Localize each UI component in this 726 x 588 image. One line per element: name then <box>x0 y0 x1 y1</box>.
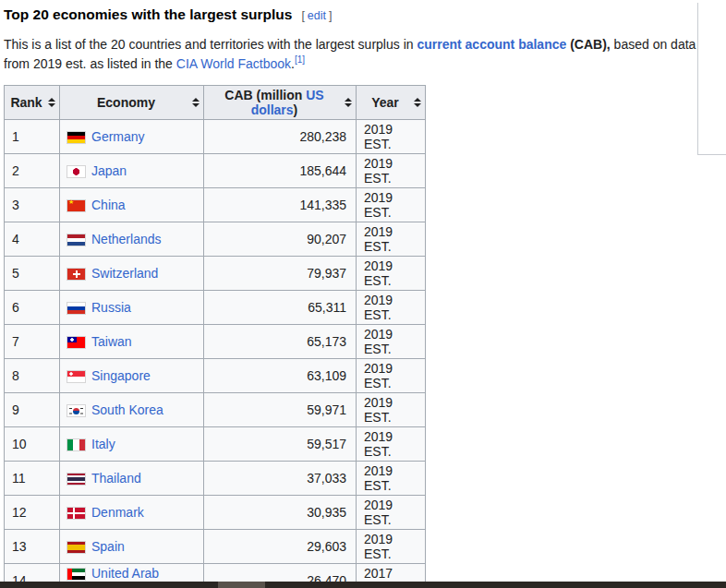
country-flag-icon[interactable] <box>67 200 85 211</box>
country-flag-icon[interactable] <box>67 166 85 177</box>
table-row: 9 South Korea 59,971 2019 EST. <box>5 393 426 427</box>
economy-link[interactable]: Thailand <box>91 471 141 486</box>
country-flag-icon[interactable] <box>67 303 85 314</box>
economy-link[interactable]: Italy <box>91 437 115 451</box>
intro-paragraph: This is a list of the 20 countries and t… <box>4 35 713 74</box>
cab-cell: 90,207 <box>204 222 357 257</box>
table-row: 7 Taiwan 65,173 2019 EST. <box>5 325 426 359</box>
horizontal-scrollbar-thumb[interactable] <box>218 582 265 588</box>
economy-cell: Taiwan <box>60 325 204 359</box>
year-cell: 2019 EST. <box>357 393 426 427</box>
country-flag-icon[interactable] <box>67 569 85 580</box>
rank-cell: 10 <box>5 427 60 462</box>
country-flag-icon[interactable] <box>67 337 85 348</box>
economy-link[interactable]: Germany <box>91 129 145 144</box>
economy-link[interactable]: Japan <box>91 163 127 178</box>
sort-icon[interactable] <box>47 98 55 107</box>
economy-link[interactable]: China <box>91 198 126 212</box>
header-cab[interactable]: CAB (million US dollars) <box>204 86 357 120</box>
economy-cell: Singapore <box>60 359 204 393</box>
cab-cell: 280,238 <box>204 120 357 154</box>
economy-link[interactable]: Denmark <box>91 505 144 520</box>
table-row: 2 Japan 185,644 2019 EST. <box>5 154 426 188</box>
cia-world-factbook-link[interactable]: CIA World Factbook <box>176 56 291 71</box>
header-year[interactable]: Year <box>357 86 426 120</box>
table-row: 12 Denmark 30,935 2019 EST. <box>5 496 426 530</box>
table-row: 11 Thailand 37,033 2019 EST. <box>5 462 426 496</box>
country-flag-icon[interactable] <box>67 234 85 246</box>
economy-link[interactable]: Singapore <box>91 368 151 383</box>
table-row: 10 Italy 59,517 2019 EST. <box>5 427 426 462</box>
table-row: 5 Switzerland 79,937 2019 EST. <box>5 257 426 291</box>
current-account-balance-link[interactable]: current account balance <box>417 37 566 52</box>
economy-link[interactable]: Netherlands <box>91 232 162 246</box>
economy-cell: Italy <box>60 427 204 462</box>
cab-cell: 141,335 <box>204 188 357 222</box>
year-cell: 2019 EST. <box>357 496 426 530</box>
cab-cell: 59,517 <box>204 427 357 462</box>
cab-cell: 65,311 <box>204 291 357 325</box>
edit-link[interactable]: edit <box>305 9 329 22</box>
cab-cell: 185,644 <box>204 154 357 188</box>
economy-cell: China <box>60 188 204 222</box>
header-rank[interactable]: Rank <box>5 86 60 120</box>
cab-cell: 59,971 <box>204 393 357 427</box>
rank-cell: 3 <box>5 188 60 222</box>
economy-link[interactable]: Russia <box>91 300 131 315</box>
cab-abbreviation: (CAB), <box>566 37 610 52</box>
year-cell: 2019 EST. <box>357 188 426 222</box>
rank-cell: 13 <box>5 530 60 564</box>
year-cell: 2019 EST. <box>357 530 426 564</box>
year-cell: 2019 EST. <box>357 427 426 462</box>
country-flag-icon[interactable] <box>67 132 85 143</box>
sort-icon[interactable] <box>413 98 421 107</box>
economy-link[interactable]: South Korea <box>91 402 163 417</box>
horizontal-scrollbar-track[interactable] <box>0 582 726 588</box>
rank-cell: 2 <box>5 154 60 188</box>
economy-cell: Switzerland <box>60 257 204 291</box>
country-flag-icon[interactable] <box>67 474 85 485</box>
economy-cell: Spain <box>60 530 204 564</box>
year-cell: 2019 EST. <box>357 154 426 188</box>
year-cell: 2019 EST. <box>357 325 426 359</box>
country-flag-icon[interactable] <box>67 371 85 382</box>
rank-cell: 6 <box>5 291 60 325</box>
table-row: 8 Singapore 63,109 2019 EST. <box>5 359 426 393</box>
country-flag-icon[interactable] <box>67 269 85 280</box>
reference-1-link[interactable]: [1] <box>295 54 305 65</box>
header-rank-label: Rank <box>10 95 42 110</box>
economy-link[interactable]: Taiwan <box>91 334 132 349</box>
year-cell: 2019 EST. <box>357 291 426 325</box>
rank-cell: 12 <box>5 496 60 530</box>
header-cab-suffix: ) <box>294 102 298 117</box>
year-cell: 2019 EST. <box>357 120 426 154</box>
rank-cell: 4 <box>5 222 60 257</box>
cab-cell: 37,033 <box>204 462 357 496</box>
sort-icon[interactable] <box>191 98 200 107</box>
cab-cell: 29,603 <box>204 530 357 564</box>
country-flag-icon[interactable] <box>67 405 85 416</box>
economy-cell: Netherlands <box>60 222 204 257</box>
economy-cell: Thailand <box>60 462 204 496</box>
country-flag-icon[interactable] <box>67 508 85 519</box>
side-panel-border <box>697 3 726 155</box>
economy-cell: Germany <box>60 120 204 154</box>
header-economy[interactable]: Economy <box>60 86 204 120</box>
table-row: 3 China 141,335 2019 EST. <box>5 188 426 222</box>
economy-cell: South Korea <box>60 393 204 427</box>
country-flag-icon[interactable] <box>67 439 85 450</box>
rank-cell: 7 <box>5 325 60 359</box>
table-header-row: Rank Economy CAB (million US dollars) Ye… <box>5 86 426 120</box>
sort-icon[interactable] <box>344 98 352 107</box>
economy-link[interactable]: Switzerland <box>91 266 158 281</box>
economy-link[interactable]: Spain <box>91 539 125 554</box>
country-flag-icon[interactable] <box>67 542 85 553</box>
reference-marker: [1] <box>295 54 305 65</box>
cab-cell: 30,935 <box>204 496 357 530</box>
article-section: Top 20 economies with the largest surplu… <box>0 0 726 588</box>
header-year-label: Year <box>371 95 399 110</box>
edit-section: [edit] <box>301 9 332 22</box>
table-row: 1 Germany 280,238 2019 EST. <box>5 120 426 154</box>
edit-bracket-close: ] <box>329 9 332 22</box>
page-title: Top 20 economies with the largest surplu… <box>4 6 292 23</box>
